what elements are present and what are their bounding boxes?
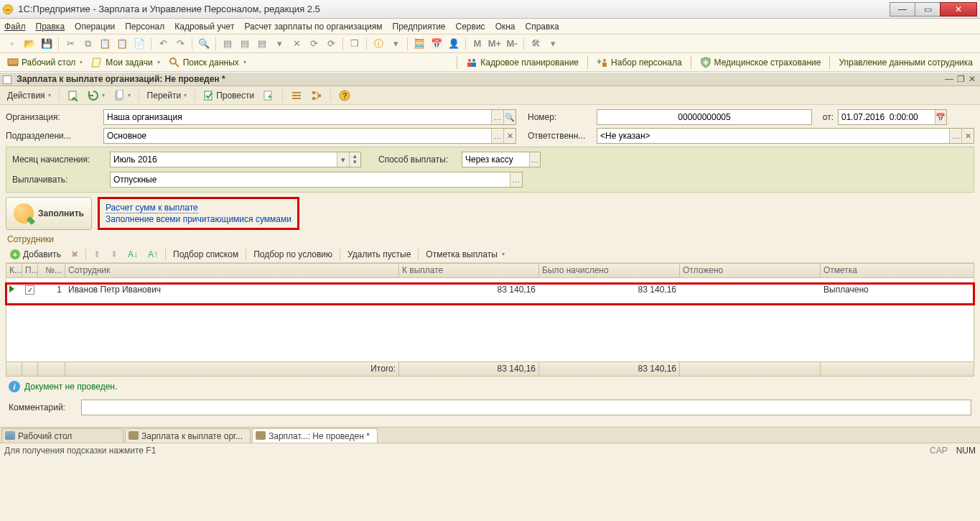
num-input[interactable] <box>597 110 811 124</box>
month-input[interactable] <box>111 152 337 167</box>
nav-tasks[interactable]: Мои задачи ▾ <box>87 55 164 70</box>
m-icon[interactable]: M <box>470 36 485 52</box>
menu-operations[interactable]: Операции <box>75 22 115 32</box>
attach-icon[interactable]: ▾ <box>111 88 134 103</box>
menu-personnel[interactable]: Персонал <box>125 22 164 32</box>
col-header-mark[interactable]: Отметка <box>821 264 957 277</box>
provesti-button[interactable]: Провести <box>200 88 257 103</box>
list1-icon[interactable]: ▤ <box>220 36 235 52</box>
cut-icon[interactable]: ✂ <box>62 36 78 52</box>
ellipsis-button[interactable]: … <box>510 172 522 187</box>
close-button[interactable]: ✕ <box>940 2 977 17</box>
doc-help-icon[interactable]: ? <box>336 88 353 103</box>
refresh-icon[interactable]: ⟳ <box>306 36 322 52</box>
pay-kind-input[interactable] <box>111 172 510 187</box>
calendar-icon[interactable]: 📅 <box>429 36 444 52</box>
nav-hr-plan[interactable]: Кадровое планирование <box>462 55 583 70</box>
dept-input[interactable] <box>104 129 491 143</box>
nav-search[interactable]: Поиск данных ▾ <box>164 55 251 70</box>
menu-service[interactable]: Сервис <box>456 22 485 32</box>
del-empty-button[interactable]: Удалить пустые <box>345 248 414 261</box>
goto-button[interactable]: Перейти ▾ <box>144 88 190 103</box>
calendar-button[interactable]: 📅 <box>935 110 946 124</box>
date-input[interactable] <box>839 110 935 124</box>
find-icon[interactable]: 🔍 <box>196 36 212 52</box>
mark-pay-button[interactable]: Отметка выплаты ▾ <box>423 248 507 261</box>
menu-help[interactable]: Справка <box>526 22 559 32</box>
struct-icon[interactable] <box>308 88 325 103</box>
col-header-pay[interactable]: К выплате <box>399 264 539 277</box>
maximize-button[interactable]: ▭ <box>915 2 941 17</box>
add-doc-icon[interactable]: + <box>260 88 277 103</box>
menu-windows[interactable]: Окна <box>495 22 515 32</box>
ellipsis-button[interactable]: … <box>491 110 503 124</box>
ellipsis-button[interactable]: … <box>491 129 503 143</box>
pick-list-button[interactable]: Подбор списком <box>170 248 241 261</box>
doc-maximize-button[interactable]: ❐ <box>956 74 966 84</box>
undo-icon[interactable]: ↶ <box>155 36 171 52</box>
nav-emp-data[interactable]: Управление данными сотрудника <box>834 56 977 69</box>
grid-add-button[interactable]: + Добавить <box>7 248 64 261</box>
row-check-cell[interactable]: ✓ <box>22 285 38 295</box>
refresh-doc-icon[interactable]: ▾ <box>85 88 108 103</box>
fill-button[interactable]: Заполнить <box>6 197 92 230</box>
pick-cond-button[interactable]: Подбор по условию <box>251 248 335 261</box>
grid-delete-button[interactable]: ✖ <box>68 248 81 261</box>
fill-all-link[interactable]: Заполнение всеми причитающимися суммами <box>106 213 291 225</box>
lookup-button[interactable]: 🔍 <box>503 110 515 124</box>
grid-body[interactable]: ✓ 1 Иванов Петр Иванович 83 140,16 83 14… <box>6 282 974 361</box>
grid-down-button[interactable]: ⬇ <box>108 248 121 261</box>
list3-icon[interactable]: ▤ <box>254 36 270 52</box>
ellipsis-button[interactable]: … <box>529 152 540 167</box>
menu-enterprise[interactable]: Предприятие <box>393 22 446 32</box>
tab-doc-list[interactable]: Зарплата к выплате орг... <box>125 428 251 443</box>
post-run-icon[interactable] <box>65 88 82 103</box>
tab-desktop[interactable]: Рабочий стол <box>1 428 123 443</box>
menu-edit[interactable]: Правка <box>36 22 65 32</box>
menu-file[interactable]: Файл <box>4 22 26 32</box>
m-plus-icon[interactable]: M+ <box>487 36 503 52</box>
wrench-icon[interactable]: 🛠 <box>528 36 543 52</box>
clear-button[interactable]: ✕ <box>961 129 974 143</box>
grid-up-button[interactable]: ⬆ <box>90 248 103 261</box>
col-header-num[interactable]: №... <box>38 264 65 277</box>
paste2-icon[interactable]: 📋 <box>114 36 130 52</box>
col-header-employee[interactable]: Сотрудник <box>65 264 399 277</box>
dropdown-icon[interactable]: ▾ <box>271 36 287 52</box>
refresh2-icon[interactable]: ⟳ <box>323 36 339 52</box>
nav-hire[interactable]: + Набор персонала <box>592 55 686 70</box>
grid-sort-desc-button[interactable]: A↑ <box>145 248 161 261</box>
windows-icon[interactable]: ❐ <box>347 36 363 52</box>
org-input[interactable] <box>104 110 491 124</box>
save-icon[interactable]: 💾 <box>39 36 55 52</box>
actions-button[interactable]: Действия ▾ <box>4 88 54 103</box>
checkbox-icon[interactable]: ✓ <box>25 285 34 295</box>
calc-icon[interactable]: 🧮 <box>411 36 427 52</box>
table-row[interactable]: ✓ 1 Иванов Петр Иванович 83 140,16 83 14… <box>6 282 974 297</box>
nav-desktop[interactable]: Рабочий стол ▾ <box>3 55 87 70</box>
copy-icon[interactable]: ⧉ <box>80 36 95 52</box>
comment-input[interactable] <box>81 400 971 415</box>
ellipsis-button[interactable]: … <box>949 129 961 143</box>
new-icon[interactable]: ▫ <box>4 36 20 52</box>
spinner-button[interactable]: ▲▼ <box>349 152 360 167</box>
pay-method-input[interactable] <box>462 152 529 167</box>
resp-input[interactable] <box>597 129 949 143</box>
help-drop-icon[interactable]: ▾ <box>388 36 403 52</box>
col-header-deferred[interactable]: Отложено <box>680 264 821 277</box>
help-icon[interactable]: ⓘ <box>370 36 386 52</box>
col-header-accrued[interactable]: Было начислено <box>539 264 680 277</box>
doc-minimize-button[interactable]: — <box>944 74 954 84</box>
doc-close-button[interactable]: ✕ <box>967 74 977 84</box>
user-icon[interactable]: 👤 <box>446 36 462 52</box>
nav-med[interactable]: Медицинское страхование <box>696 55 826 70</box>
m-minus-icon[interactable]: M- <box>504 36 520 52</box>
menu-hr[interactable]: Кадровый учет <box>174 22 234 32</box>
col-header-k[interactable]: К... <box>6 264 22 277</box>
dropdown-button[interactable]: ▾ <box>337 152 348 167</box>
grid-sort-asc-button[interactable]: A↓ <box>125 248 141 261</box>
wrench-drop-icon[interactable]: ▾ <box>545 36 561 52</box>
paste-icon[interactable]: 📋 <box>97 36 113 52</box>
tab-doc-current[interactable]: Зарплат...: Не проведен * <box>252 428 378 443</box>
list2-icon[interactable]: ▤ <box>237 36 253 52</box>
